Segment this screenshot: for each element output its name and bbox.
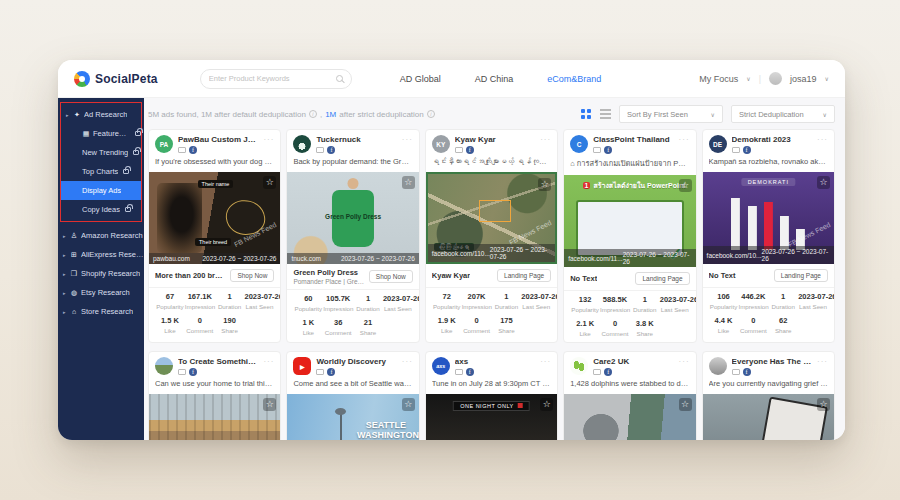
product-search-box[interactable] [200,69,352,89]
ad-creative[interactable]: FB News Feed မြေကြည့်နေရာ ☆ facebook.com… [426,172,557,264]
favorite-star-icon[interactable]: ☆ [402,176,415,189]
advertiser-avatar[interactable]: KY [432,135,450,153]
card-menu-icon[interactable]: ··· [263,357,274,366]
advertiser-avatar[interactable]: C [570,135,588,153]
username-menu[interactable]: josa19 [790,74,817,84]
advertiser-name[interactable]: Tuckernuck [316,135,396,144]
socialpeta-logo[interactable]: SocialPeta [74,71,158,87]
sidebar-item[interactable]: Display Ads [61,181,141,200]
ad-domain[interactable]: facebook.com/10... [707,252,762,259]
top-nav-item[interactable]: AD China [475,74,514,84]
sidebar-item[interactable]: ▸ ✦ Ad Research [61,105,141,124]
cta-button[interactable]: Landing Page [774,269,828,282]
ad-creative[interactable]: SEATTLE WASHINGTON ☆ [287,394,418,440]
advertiser-name[interactable]: ClassPoint Thailand [593,135,673,144]
advertiser-name[interactable]: Worldly Discovery [316,357,396,366]
sidebar-item[interactable]: ▦ Featured Ads [61,124,141,143]
card-menu-icon[interactable]: ··· [263,135,274,144]
sidebar-item[interactable]: New Trending [61,143,141,162]
sidebar-item[interactable]: ▸ ⊞ AliExpress Research [58,245,144,264]
ad-card[interactable]: KY Kyaw Kyar f ··· ရင်းန [425,129,558,343]
card-menu-icon[interactable]: ··· [402,135,413,144]
sidebar-item[interactable]: Top Charts [61,162,141,181]
ad-domain[interactable]: facebook.com/11... [568,255,622,262]
advertiser-avatar[interactable] [709,357,727,375]
favorite-star-icon[interactable]: ☆ [402,398,415,411]
advertiser-avatar[interactable] [155,357,173,375]
ad-card[interactable]: To Create Something Exceptio... f ··· Ca… [148,351,281,440]
sidebar-item[interactable]: ▸ ❒ Shopify Research [58,264,144,283]
card-menu-icon[interactable]: ··· [540,135,551,144]
advertiser-avatar[interactable]: DE [709,135,727,153]
sidebar-item[interactable]: ▸ ⌂ Store Research [58,302,144,321]
favorite-star-icon[interactable]: ☆ [817,176,830,189]
card-menu-icon[interactable]: ··· [817,135,828,144]
advertiser-name[interactable]: axs [455,357,535,366]
card-menu-icon[interactable]: ··· [817,357,828,366]
card-menu-icon[interactable]: ··· [679,135,690,144]
ad-creative[interactable]: ☆ [703,394,834,440]
sidebar-item[interactable]: ▸ ♙ Amazon Research [58,226,144,245]
advertiser-avatar[interactable]: PA [155,135,173,153]
search-input[interactable] [209,74,330,83]
advertiser-name[interactable]: Care2 UK [593,357,673,366]
card-menu-icon[interactable]: ··· [402,357,413,366]
advertiser-name[interactable]: Demokrati 2023 [732,135,812,144]
favorite-star-icon[interactable]: ☆ [263,398,276,411]
advertiser-name[interactable]: PawBau Custom Jewelry [178,135,258,144]
ad-card[interactable]: Tuckernuck f ··· Back by popular demand:… [286,129,419,343]
favorite-star-icon[interactable]: ☆ [540,398,553,411]
ad-creative[interactable]: FB News Feed DEMOKRATI ☆ facebook.com/10… [703,172,834,264]
sidebar-item-icon: ✦ [73,111,81,119]
advertiser-avatar[interactable]: ▶ [293,357,311,375]
card-menu-icon[interactable]: ··· [679,357,690,366]
ad-card[interactable]: DE Demokrati 2023 f ··· [702,129,835,343]
ad-creative[interactable]: ☆ [564,394,695,440]
advertiser-avatar[interactable]: axs [432,357,450,375]
my-focus-menu[interactable]: My Focus [699,74,738,84]
favorite-star-icon[interactable]: ☆ [679,398,692,411]
lock-icon [135,131,141,136]
ad-creative[interactable]: ☆ [149,394,280,440]
cta-button[interactable]: Landing Page [635,272,689,285]
favorite-star-icon[interactable]: ☆ [263,176,276,189]
card-menu-icon[interactable]: ··· [540,357,551,366]
user-avatar[interactable] [769,72,782,85]
favorite-star-icon[interactable]: ☆ [538,178,551,191]
info-icon[interactable]: i [427,110,435,118]
favorite-star-icon[interactable]: ☆ [679,179,692,192]
cta-button[interactable]: Shop Now [230,269,274,282]
cta-button[interactable]: Shop Now [369,270,413,283]
ad-card[interactable]: ▶ Worldly Discovery f ··· [286,351,419,440]
ad-creative[interactable]: ONE NIGHT ONLY ☆ [426,394,557,440]
ad-creative[interactable]: สร้างสไลด์ง่ายใน PowerPoint ☆ facebook.c… [564,175,695,267]
advertiser-avatar[interactable] [570,357,588,375]
ad-domain[interactable]: facebook.com/110... [432,250,490,257]
advertiser-name[interactable]: Everyone Has The Freedom To... [732,357,812,366]
favorite-star-icon[interactable]: ☆ [817,398,830,411]
cta-button[interactable]: Landing Page [497,269,551,282]
ad-card[interactable]: C ClassPoint Thailand f ··· [563,129,696,343]
ad-creative[interactable]: Green Polly Dress ☆ tnuck.com 2023-07-26… [287,172,418,264]
advertiser-name[interactable]: Kyaw Kyar [455,135,535,144]
advertiser-name[interactable]: To Create Something Exceptio... [178,357,258,366]
list-view-button[interactable] [600,109,611,119]
top-nav-item[interactable]: AD Global [400,74,441,84]
sidebar-item[interactable]: ▸ ◍ Etsy Research [58,283,144,302]
ad-card[interactable]: Everyone Has The Freedom To... f ··· Are… [702,351,835,440]
ad-creative[interactable]: FB News Feed Their name Their breed ☆ pa… [149,172,280,264]
ad-domain[interactable]: tnuck.com [291,255,321,262]
sort-dropdown[interactable]: Sort By First Seen ∨ [619,105,723,123]
ad-card[interactable]: Care2 UK f ··· 1,428 dolphins were stabb… [563,351,696,440]
ad-domain[interactable]: pawbau.com [153,255,190,262]
sidebar-item[interactable]: Copy Ideas [61,200,141,219]
advertiser-avatar[interactable] [293,135,311,153]
ad-text: ⌂ การสร้างเกมเปิดแผ่นป้ายจาก PowerPoint … [570,157,689,169]
search-icon[interactable] [336,75,343,82]
grid-view-button[interactable] [580,108,592,120]
dedup-dropdown[interactable]: Strict Deduplication ∨ [731,105,835,123]
info-icon[interactable]: i [309,110,317,118]
ad-card[interactable]: PA PawBau Custom Jewelry f ··· [148,129,281,343]
top-nav-item[interactable]: eCom&Brand [547,74,601,84]
ad-card[interactable]: axs axs f ··· Tune in on [425,351,558,440]
